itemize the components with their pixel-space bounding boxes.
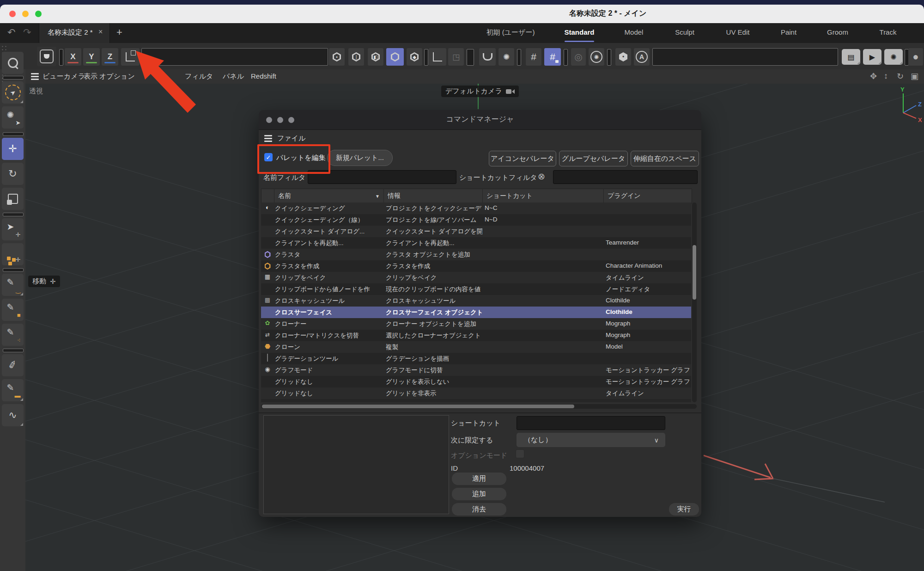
axis-modification-icon[interactable]: A	[634, 48, 650, 66]
table-row[interactable]: クローン複製Model	[261, 341, 691, 353]
pan-view-icon[interactable]: ✥	[870, 71, 877, 81]
maximize-view-icon[interactable]: ▣	[911, 71, 918, 81]
table-row[interactable]: クラスタを作成クラスタを作成Character Animation	[261, 260, 691, 272]
toolbar-separator[interactable]	[607, 49, 611, 66]
scatter-pen-tool[interactable]: ✎⁖	[2, 324, 24, 346]
workplane-icon[interactable]	[429, 48, 446, 66]
model-mode-icon[interactable]: ◆	[407, 48, 422, 66]
minimize-window-icon[interactable]	[22, 11, 29, 17]
zoom-window-icon[interactable]	[35, 11, 42, 17]
view-label[interactable]: 透視	[29, 87, 43, 96]
restrict-dropdown[interactable]: （なし） ∨	[517, 433, 665, 447]
table-row[interactable]: グリッドなしグリッドを非表示タイムライン	[261, 387, 691, 399]
line-cut-tool[interactable]: ✎▬	[2, 379, 24, 401]
menu-camera[interactable]: カメラ	[64, 72, 85, 81]
dialog-file-menu[interactable]: ファイル	[277, 134, 305, 143]
redo-icon[interactable]: ↷	[23, 27, 31, 38]
layout-tab-paint[interactable]: Paint	[781, 28, 796, 36]
layout-tab-startup[interactable]: 初期 (ユーザー)	[486, 28, 535, 37]
shortcut-filter-input[interactable]	[553, 170, 698, 184]
layout-tab-uvedit[interactable]: UV Edit	[726, 28, 750, 36]
sketch-tool[interactable]: ∿	[2, 404, 24, 426]
horizontal-scrollbar-thumb[interactable]	[262, 405, 574, 408]
texture-mode-icon[interactable]: ◳	[448, 48, 464, 66]
polygons-mode-icon[interactable]: ◧	[368, 48, 383, 66]
grid-icon[interactable]: #	[526, 48, 541, 66]
layout-tab-standard[interactable]: Standard	[564, 28, 594, 36]
group-separator-button[interactable]: グループセパレータ	[559, 151, 628, 166]
toolbar-separator[interactable]	[424, 49, 428, 66]
detail-shortcut-input[interactable]	[517, 416, 665, 430]
menu-panel[interactable]: パネル	[223, 72, 244, 81]
apply-button[interactable]: 適用	[452, 473, 506, 485]
interactive-render-region-icon[interactable]: ●	[908, 48, 923, 66]
add-button[interactable]: 追加	[452, 488, 506, 500]
plugin-column-header[interactable]: プラグイン	[604, 189, 690, 203]
table-row[interactable]: グリッドなしグリッドを表示しないモーショントラッカー グラフ	[261, 376, 691, 387]
icon-column-header[interactable]	[261, 189, 274, 203]
table-row[interactable]: クイックスタート ダイアログ...クイックスタート ダイアログを開	[261, 226, 691, 237]
execute-button[interactable]: 実行	[669, 503, 699, 516]
move-tool[interactable]: ✛	[2, 138, 24, 160]
falloff-icon[interactable]: ◎	[571, 48, 586, 66]
table-row[interactable]: クライアントを再起動...クライアントを再起動...Teamrender	[261, 237, 691, 249]
modeling-settings-icon[interactable]: ✺	[589, 48, 604, 66]
vertical-scrollbar[interactable]	[692, 203, 697, 402]
layout-tab-groom[interactable]: Groom	[827, 28, 848, 36]
camera-badge[interactable]: デフォルトカメラ	[441, 86, 519, 97]
render-view-button[interactable]: ▤	[842, 49, 860, 65]
close-tab-icon[interactable]: ×	[98, 28, 103, 36]
toolbar-separator[interactable]	[517, 49, 521, 66]
table-row-selected[interactable]: クロスサーフェイスクロスサーフェイス オブジェクトClothilde	[261, 307, 691, 318]
layout-tab-sculpt[interactable]: Sculpt	[675, 28, 694, 36]
orbit-view-icon[interactable]: ↻	[897, 71, 904, 81]
points-mode-icon[interactable]: •	[329, 48, 345, 66]
edges-mode-icon[interactable]: |	[348, 48, 364, 66]
render-picture-viewer-button[interactable]: ▶	[863, 49, 881, 65]
menu-view[interactable]: ビュー	[43, 72, 64, 81]
dolly-view-icon[interactable]: ↕	[884, 71, 888, 81]
dialog-menu-icon[interactable]	[264, 135, 272, 136]
undo-icon[interactable]: ↶	[7, 27, 16, 38]
snap-icon[interactable]	[479, 48, 496, 66]
scale-tool[interactable]	[2, 188, 24, 210]
delete-button[interactable]: 消去	[452, 503, 506, 516]
layout-tab-model[interactable]: Model	[625, 28, 644, 36]
rotate-tool[interactable]: ↻	[2, 163, 24, 185]
menu-display[interactable]: 表示	[84, 72, 97, 81]
object-mode-icon[interactable]	[386, 48, 404, 66]
info-column-header[interactable]: 情報	[384, 189, 483, 203]
toolbar-separator[interactable]	[467, 49, 474, 66]
placement-tool[interactable]: ➤✛	[2, 218, 24, 240]
toolbar-separator[interactable]	[564, 49, 568, 66]
table-row[interactable]: グラフモードグラフモードに切替モーショントラッカー グラフ	[261, 364, 691, 376]
toolbar-separator[interactable]	[59, 49, 63, 66]
live-selection-tool[interactable]: ➤	[2, 81, 24, 104]
dynamic-placement-tool[interactable]: ✛	[2, 243, 24, 265]
search-commander-tool[interactable]	[2, 52, 24, 74]
vertical-scrollbar-thumb[interactable]	[693, 245, 696, 300]
spline-pen-tool[interactable]: ✎‿	[2, 274, 24, 296]
snap-settings-icon[interactable]: ✺	[498, 48, 514, 66]
table-row[interactable]: クイックシェーディング（線）プロジェクトを線/アイソパームN~D	[261, 214, 691, 226]
brush-tool[interactable]: ✐	[2, 354, 24, 376]
table-row[interactable]: クローナー/マトリクスを切替選択したクローナーオブジェクトMograph	[261, 330, 691, 341]
document-tab[interactable]: 名称未設定 2 * ×	[39, 23, 110, 43]
menu-redshift[interactable]: Redshift	[251, 72, 276, 80]
table-row[interactable]: クロスキャッシュツールクロスキャッシュツールClothilde	[261, 295, 691, 307]
table-row[interactable]: クイックシェーディングプロジェクトをクイックシェーデN~C	[261, 203, 691, 214]
table-row[interactable]: クローナークローナー オブジェクトを追加Mograph	[261, 318, 691, 330]
name-column-header[interactable]: 名前 ▼	[274, 189, 384, 203]
new-palette-button[interactable]: 新規パレット...	[327, 150, 393, 166]
table-row[interactable]: クラスタクラスタ オブジェクトを追加	[261, 249, 691, 260]
table-row[interactable]: クリップボードから値ノードを作現在のクリップボードの内容を値ノードエディタ	[261, 283, 691, 295]
table-row[interactable]: クリップをベイククリップをベイクタイムライン	[261, 272, 691, 283]
quantize-grid-icon[interactable]: #	[544, 48, 561, 66]
y-axis-lock-button[interactable]: Y	[83, 48, 100, 66]
dialog-titlebar[interactable]: コマンドマネージャ	[259, 110, 701, 130]
x-axis-lock-button[interactable]: X	[65, 48, 81, 66]
primitive-spline-tool[interactable]: ✎■	[2, 299, 24, 321]
close-window-icon[interactable]	[9, 11, 16, 17]
z-axis-lock-button[interactable]: Z	[102, 48, 118, 66]
add-tab-icon[interactable]: +	[116, 26, 122, 38]
